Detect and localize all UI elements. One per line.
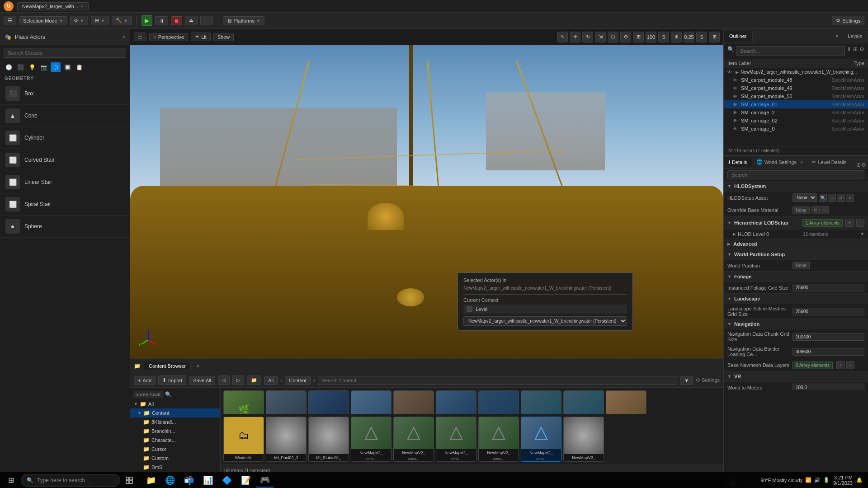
- actor-item-curved-stair[interactable]: ⬜ Curved Stair: [0, 149, 130, 171]
- cb-item-mi-pool[interactable]: MI_Pool02_2: [266, 417, 307, 462]
- foliage-grid-input[interactable]: [793, 284, 864, 291]
- hlod-setup-arrow-btn[interactable]: →: [828, 194, 836, 202]
- hlod-level-expand[interactable]: ▶: [733, 232, 736, 236]
- show-btn[interactable]: Show: [213, 33, 234, 41]
- hlod-setup-select[interactable]: None: [793, 193, 817, 202]
- extra-play-options[interactable]: ⋯: [200, 16, 213, 25]
- place-actors-close[interactable]: ×: [122, 34, 125, 40]
- angle-value[interactable]: 5: [658, 32, 669, 42]
- actor-item-box[interactable]: ⬛ Box: [0, 83, 130, 105]
- cb-item-water-materials[interactable]: Water Materials: [478, 390, 519, 414]
- nav-builder-input[interactable]: [793, 348, 864, 356]
- hlod-setup-reset-btn[interactable]: ↺: [837, 194, 845, 202]
- pause-button[interactable]: ⏸: [155, 16, 168, 25]
- lit-btn[interactable]: ☀ Lit: [191, 33, 211, 41]
- cb-item-water-stamp[interactable]: WaterStamp: [563, 390, 604, 414]
- tool-extra1[interactable]: ⊕: [620, 32, 631, 42]
- cb-close-btn[interactable]: ×: [196, 363, 199, 369]
- taskbar-app-outlook[interactable]: 📬: [180, 473, 198, 488]
- build-tools[interactable]: 🔨 ▼: [112, 16, 132, 25]
- geometry-btn[interactable]: ⬡: [51, 62, 61, 72]
- actor-item-cone[interactable]: ▲ Cone: [0, 105, 130, 127]
- transform-tool[interactable]: ⬡: [608, 32, 618, 42]
- outliner-item-carpet50[interactable]: 👁 SM_carpet_module_50 StaticMeshActor: [724, 92, 868, 100]
- cb-item-venice[interactable]: Venice_fast_building: [393, 390, 434, 414]
- outliner-item-carpet48[interactable]: 👁 SM_carpet_module_48 StaticMeshActor: [724, 76, 868, 84]
- content-browser-tab[interactable]: Content Browser: [144, 362, 191, 370]
- document-tab[interactable]: NewMapv2_larger_with... ×: [17, 2, 89, 10]
- move-tool[interactable]: ✛: [570, 32, 580, 42]
- task-view-btn[interactable]: [121, 473, 137, 488]
- actor-item-cylinder[interactable]: ⬜ Cylinder: [0, 127, 130, 149]
- taskbar-search-bar[interactable]: 🔍 Type here to search: [21, 474, 120, 487]
- grid-toggle[interactable]: ⊞: [633, 32, 644, 42]
- snap-value[interactable]: 5: [696, 32, 707, 42]
- taskbar-app-unreal[interactable]: 🎮: [256, 473, 274, 488]
- tree-item-branching[interactable]: 📁 Branchin...: [130, 427, 220, 436]
- vr-section[interactable]: ▼ VR: [724, 371, 868, 382]
- taskbar-app-browser[interactable]: 🌐: [161, 473, 179, 488]
- nav-chunk-input[interactable]: [793, 333, 864, 341]
- history-forward[interactable]: ▷: [232, 375, 244, 385]
- cb-item-map6[interactable]: NewMapV2_: [563, 417, 604, 462]
- world-to-meters-input[interactable]: [793, 384, 864, 390]
- actor-item-linear-stair[interactable]: ⬜ Linear Stair: [0, 171, 130, 193]
- cameras-btn[interactable]: 📷: [39, 62, 49, 72]
- om-arrow-btn[interactable]: →: [821, 206, 829, 214]
- content-btn[interactable]: Content: [285, 376, 311, 385]
- perspective-btn[interactable]: ○ Perspective: [149, 33, 188, 41]
- notification-icon[interactable]: 🔔: [856, 477, 863, 483]
- cb-settings-btn[interactable]: ⚙ Settings: [696, 377, 720, 383]
- eject-button[interactable]: ⏏: [185, 16, 198, 25]
- tree-item-content[interactable]: ▼ 📁 Content: [130, 408, 220, 418]
- navigation-section[interactable]: ▼ Navigation: [724, 319, 868, 329]
- maximize-viewport[interactable]: ⊞: [709, 32, 720, 42]
- filter-btn[interactable]: ▼: [680, 376, 693, 385]
- world-partition-section[interactable]: ▼ World Partition Setup: [724, 249, 868, 260]
- tree-item-all[interactable]: ▼ 📁 All: [130, 399, 220, 408]
- om-reset-btn[interactable]: ↺: [811, 206, 820, 214]
- landscape-section[interactable]: ▼ Landscape: [724, 294, 868, 304]
- outliner-item-carriage02[interactable]: 👁 SM_carriage_02 StaticMeshActor: [724, 117, 868, 125]
- cb-item-water-plane[interactable]: WaterPlane: [521, 390, 561, 414]
- actor-item-sphere[interactable]: ● Sphere: [0, 216, 130, 238]
- hlod-add-btn[interactable]: +: [845, 219, 854, 227]
- details-grid-icon[interactable]: ⊞: [856, 162, 861, 168]
- world-settings-tab[interactable]: 🌐 World Settings ×: [752, 157, 808, 167]
- details-search-input[interactable]: [727, 170, 864, 179]
- outliner-item-carpet49[interactable]: 👁 SM_carpet_module_49 StaticMeshActor: [724, 84, 868, 92]
- cb-item-waterfall[interactable]: WaterfallTool: [436, 390, 476, 414]
- taskbar-app-teams[interactable]: 🔷: [218, 473, 236, 488]
- actor-item-spiral-stair[interactable]: ⬜ Spiral Stair: [0, 193, 130, 216]
- outliner-item-carriage2[interactable]: 👁 SM_carriage_2 StaticMeshActor: [724, 108, 868, 117]
- cb-item-ui[interactable]: UI: [266, 390, 307, 414]
- rotate-tool[interactable]: ↻: [582, 32, 593, 42]
- filter-search-icon[interactable]: 🔍: [165, 391, 172, 398]
- save-all-btn[interactable]: Save All: [189, 376, 215, 385]
- outliner-grid-icon[interactable]: ⊞: [853, 46, 858, 56]
- outliner-close[interactable]: ×: [832, 33, 842, 39]
- settings-button[interactable]: ⚙ Settings: [832, 16, 864, 25]
- scale-toggle[interactable]: ⊕: [671, 32, 682, 42]
- hlod-level-expand-arrow[interactable]: ▼: [860, 232, 864, 236]
- outliner-item-carriage0[interactable]: 👁 SM_carriage_0 StaticMeshActor: [724, 125, 868, 133]
- play-button[interactable]: ▶: [142, 15, 152, 26]
- hamburger-menu[interactable]: ☰: [4, 16, 16, 25]
- level-details-tab[interactable]: ✏ Level Details: [807, 157, 851, 167]
- cb-item-map2[interactable]: NewMapV2_ loma...: [393, 417, 434, 462]
- details-settings-icon[interactable]: ⚙: [861, 162, 866, 168]
- outliner-search-input[interactable]: [736, 46, 845, 56]
- history-back[interactable]: ◁: [218, 375, 230, 385]
- outliner-item-root[interactable]: 👁 ▶ NewMapv2_larger_withcastle_newwater1…: [724, 68, 868, 76]
- hlod-remove-btn[interactable]: −: [856, 219, 864, 227]
- lights-btn[interactable]: 💡: [27, 62, 37, 72]
- cb-item-ultra-dynamic[interactable]: UltraDynamic Sky: [351, 390, 392, 414]
- select-tool[interactable]: ↖: [557, 32, 568, 42]
- selection-mode-button[interactable]: Selection Mode ▼: [19, 16, 67, 25]
- tree-item-dms[interactable]: 📁 DmS: [130, 463, 220, 472]
- taskbar-app-excel[interactable]: 📊: [199, 473, 217, 488]
- outliner-sort-icon[interactable]: ⬆: [847, 46, 851, 56]
- outliner-item-carriage01[interactable]: 👁 SM_carriage_01 StaticMeshActor: [724, 100, 868, 108]
- folder-view[interactable]: 📁: [247, 375, 261, 385]
- cb-item-tropical[interactable]: 🌿 Tropical_Jungle_Pack: [223, 390, 264, 414]
